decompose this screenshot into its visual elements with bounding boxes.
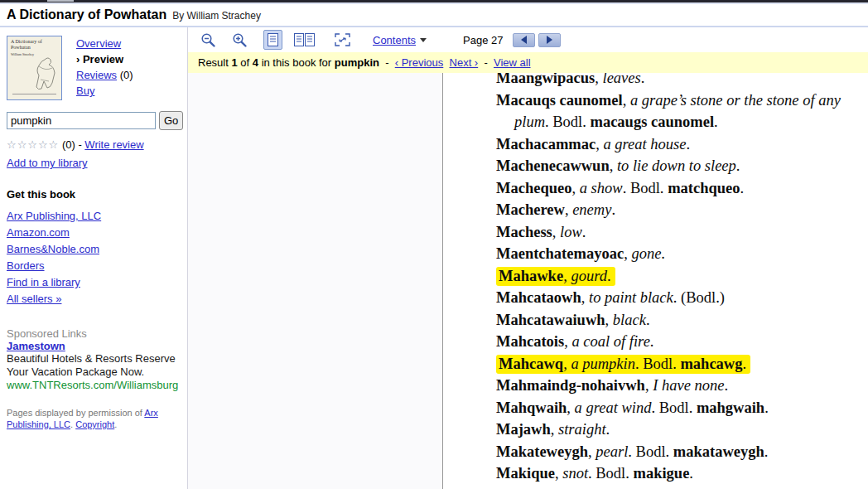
sidebar: A Dictionary of Powhatan William Strache… [0,27,188,489]
fullscreen-button[interactable] [330,30,354,50]
zoom-out-icon [200,32,216,48]
write-review-link[interactable]: Write review [84,138,143,151]
ad-title-link[interactable]: Jamestown [7,340,65,352]
contents-link-label[interactable]: Contents [373,34,416,46]
nav-overview-link[interactable]: Overview [76,37,121,50]
seller-row: Arx Publishing, LLC [7,208,182,225]
cover-illustration [31,55,59,91]
get-this-book-heading: Get this book [7,188,182,201]
seller-row: Amazon.com [7,225,182,241]
search-go-button[interactable]: Go [159,111,183,130]
ad-text-line2: Your Vacation Package Now. [7,366,182,379]
nav-preview-current: › Preview [76,51,133,67]
seller-link[interactable]: Borders [7,259,45,272]
reviews-count: (0) [117,69,133,81]
viewer-content-area: Maangwipacus, leaves.Macauqs caunomel, a… [188,73,868,489]
book-cover-thumbnail[interactable]: A Dictionary of Powhatan William Strache… [7,36,62,100]
star-rating-icons[interactable]: ☆☆☆☆☆ [7,138,59,151]
sponsored-links-heading: Sponsored Links [7,327,182,340]
previous-result-link[interactable]: ‹ Previous [395,56,444,69]
sponsored-links-section: Sponsored Links Jamestown Beautiful Hote… [7,327,182,391]
chevron-down-icon [420,38,427,42]
chrome-notch [47,0,74,2]
add-to-library-link[interactable]: Add to my library [7,157,88,169]
arrow-left-icon [521,36,527,44]
two-page-view-button[interactable] [290,30,319,50]
zoom-out-button[interactable] [196,29,220,51]
dictionary-entry-line: Mahmaindg-nohaivwh, I have none. [496,375,868,397]
result-total: 4 [253,56,258,69]
result-sep2: - [478,56,494,69]
search-highlight: Mahcawq, a pumpkin. Bodl. mahcawg. [496,355,750,374]
result-text: Result [198,56,231,69]
contents-dropdown[interactable]: Contents [373,34,427,46]
cover-title: A Dictionary of Powhatan [11,39,60,51]
result-query: pumpkin [335,56,379,69]
book-page-scan[interactable]: Maangwipacus, leaves.Macauqs caunomel, a… [442,73,868,489]
dictionary-entry-line: Makateweygh, pearl. Bodl. makataweygh. [496,441,868,463]
nav-reviews-link[interactable]: Reviews [76,69,117,81]
dictionary-entry-line: Mahcawq, a pumpkin. Bodl. mahcawg. [496,353,868,375]
permission-suffix: . [114,419,117,429]
result-current: 1 [231,56,237,69]
dictionary-entry-line: Mahcataowh, to paint black. (Bodl.) [496,287,868,309]
rating-count: (0) - [59,138,84,151]
search-input[interactable] [7,112,156,129]
viewer-toolbar: Contents Page 27 [188,27,868,52]
dictionary-entry-line: Machenecawwun, to lie down to sleep. [496,155,868,177]
all-sellers-link[interactable]: All sellers » [7,293,61,305]
dictionary-entry-line: Maentchatemayoac, gone. [496,243,868,265]
cover-footer [12,94,56,97]
dictionary-entry-line: Macauqs caunomel, a grape’s stone or the… [496,90,868,112]
next-result-link[interactable]: Next › [450,56,479,69]
search-highlight: Mahawke, gourd. [496,267,615,286]
result-gap [443,56,449,69]
dictionary-entry-line: Makique, snot. Bodl. makigue. [496,462,868,485]
dictionary-entry-line: Majawh, straight. [496,419,868,441]
dictionary-entry-line: Mahcatawaiuwh, black. [496,309,868,332]
seller-row: Barnes&Noble.com [7,241,182,258]
book-nav: Overview › Preview Reviews (0) Buy [76,36,133,100]
result-sep1: - [379,56,395,69]
seller-row: Find in a library [7,274,182,291]
seller-link[interactable]: Amazon.com [7,226,70,239]
next-page-button[interactable] [538,33,561,47]
book-page-text: Maangwipacus, leaves.Macauqs caunomel, a… [496,73,868,489]
seller-link[interactable]: Find in a library [7,276,80,288]
result-middle: in this book for [258,56,335,69]
get-book-links: Arx Publishing, LLCAmazon.comBarnes&Nobl… [7,208,182,291]
nav-buy-link[interactable]: Buy [76,85,94,97]
dictionary-entry-line: Mahcatois, a coal of fire. [496,331,868,353]
arrow-right-icon [547,36,552,44]
previous-page-button[interactable] [513,33,535,47]
single-page-view-button[interactable] [263,30,282,50]
dictionary-entry-line: plum. Bodl. macaugs caunomel. [514,111,868,133]
dictionary-entry-line: Machacammac, a great house. [496,133,868,156]
rating-row: ☆☆☆☆☆ (0) - Write review [7,138,182,151]
book-byline: By William Strachey [172,10,261,22]
permission-note: Pages displayed by permission of Arx Pub… [7,407,164,430]
permission-text: Pages displayed by permission of [7,408,144,418]
zoom-in-icon [232,32,248,48]
ad-text-line1: Beautiful Hotels & Resorts Reserve [7,352,182,366]
browser-chrome-strip [0,0,868,2]
book-title: A Dictionary of Powhatan [7,7,166,22]
search-result-bar: Result 1 of 4 in this book for pumpkin -… [188,52,868,73]
seller-link[interactable]: Arx Publishing, LLC [7,210,101,222]
two-page-icon [294,33,315,46]
dictionary-entry-line: Maangwipacus, leaves. [496,73,868,90]
copyright-link[interactable]: Copyright [75,419,114,429]
zoom-in-button[interactable] [228,29,252,51]
single-page-icon [268,33,278,46]
dictionary-entry-line: Machess, low. [496,221,868,244]
seller-row: Borders [7,258,182,274]
ad-url: www.TNTResorts.com/Williamsburg [7,379,182,391]
dictionary-entry-line: Machequeo, a show. Bodl. matchqueo. [496,177,868,200]
dictionary-entry-line: Mahqwaih, a great wind. Bodl. mahgwaih. [496,397,868,419]
result-of: of [238,56,253,69]
fullscreen-icon [335,33,350,46]
seller-link[interactable]: Barnes&Noble.com [7,243,99,255]
view-all-results-link[interactable]: View all [494,56,531,69]
get-this-book-section: Get this book Arx Publishing, LLCAmazon.… [7,188,182,307]
page-number-label: Page 27 [463,34,503,46]
